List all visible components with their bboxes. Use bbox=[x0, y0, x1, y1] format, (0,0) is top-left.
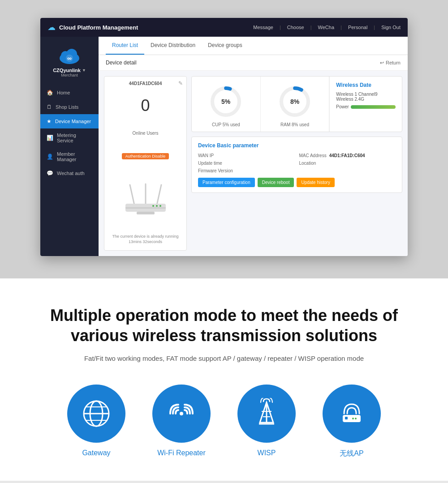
icon-item-gateway: Gateway bbox=[67, 385, 125, 458]
wifi-repeater-label: Wi-Fi Repeater bbox=[157, 449, 206, 457]
nav-left: ☁ Cloud Platform Management bbox=[47, 22, 138, 32]
sidebar-item-shop-lists[interactable]: 🗒 Shop Lists bbox=[40, 100, 99, 114]
wifi-repeat-icon bbox=[166, 398, 197, 429]
params-title: Device Basic parameter bbox=[198, 142, 396, 149]
content-area: Router List Device Distribution Device g… bbox=[99, 37, 408, 256]
lower-section: Multiple operation mode to meet the need… bbox=[0, 278, 448, 481]
router-panel: 44D1FA1DC604 ✎ 0 Online Users Authentica… bbox=[104, 76, 187, 251]
device-reboot-button[interactable]: Device reboot bbox=[258, 178, 294, 187]
online-users-label: Online Users bbox=[133, 131, 159, 136]
member-icon: 👤 bbox=[47, 154, 53, 160]
cpu-label: CUP 5% used bbox=[212, 122, 240, 127]
svg-point-25 bbox=[180, 412, 183, 415]
sidebar-item-device-manager[interactable]: ★ Device Manager bbox=[40, 114, 99, 128]
logo-icon: ☁ bbox=[47, 22, 56, 32]
params-grid: WAN IP MAC Address 44D1:FA1D:C604 Update… bbox=[198, 153, 396, 173]
svg-line-5 bbox=[130, 185, 134, 205]
svg-point-11 bbox=[159, 205, 161, 207]
device-detail-body: 44D1FA1DC604 ✎ 0 Online Users Authentica… bbox=[99, 71, 408, 256]
mac-row: MAC Address 44D1:FA1D:C604 bbox=[299, 153, 396, 158]
tab-router-list[interactable]: Router List bbox=[106, 37, 144, 55]
shop-icon: 🗒 bbox=[47, 104, 52, 110]
ram-label: RAM 8% used bbox=[280, 122, 309, 127]
svg-rect-13 bbox=[137, 212, 155, 214]
location-row: Location bbox=[299, 161, 396, 166]
svg-point-12 bbox=[152, 205, 154, 207]
sidebar-username: CZQyunlink ▼ bbox=[53, 68, 86, 73]
svg-text:∞: ∞ bbox=[67, 55, 72, 62]
mac-value: 44D1:FA1D:C604 bbox=[329, 153, 365, 158]
wireless-info: Wireless Date Wireless 1 Channel9 Wirele… bbox=[329, 77, 402, 132]
wisp-circle bbox=[237, 385, 296, 443]
return-icon: ↩ bbox=[380, 60, 384, 66]
sidebar-item-home[interactable]: 🏠 Home bbox=[40, 85, 99, 100]
power-label: Power bbox=[336, 104, 349, 109]
screenshot-section: ☁ Cloud Platform Management Message | Ch… bbox=[0, 0, 448, 278]
tab-device-groups[interactable]: Device groups bbox=[202, 37, 249, 55]
wechat-icon: 💬 bbox=[47, 170, 53, 176]
gauges-row: 5% CUP 5% used 8% bbox=[191, 76, 402, 132]
svg-point-10 bbox=[156, 205, 158, 207]
sidebar-item-member[interactable]: 👤 Member Manager bbox=[40, 147, 99, 166]
nav-right: Message | Choose | WeCha | Personal | Si… bbox=[253, 25, 401, 30]
tower-icon bbox=[251, 398, 282, 429]
wan-ip-row: WAN IP bbox=[198, 153, 295, 158]
sidebar-item-metering[interactable]: 📊 Metering Service bbox=[40, 128, 99, 147]
ap-circle bbox=[323, 385, 381, 443]
browser-window: ☁ Cloud Platform Management Message | Ch… bbox=[40, 18, 408, 256]
wecha-link[interactable]: WeCha bbox=[318, 25, 334, 30]
device-params: Device Basic parameter WAN IP MAC Addres… bbox=[191, 137, 402, 193]
wisp-label: WISP bbox=[258, 449, 276, 457]
metering-icon: 📊 bbox=[47, 135, 53, 141]
personal-link[interactable]: Personal bbox=[348, 25, 367, 30]
sub-headline: Fat/Fit two working modes, FAT mode supp… bbox=[18, 355, 430, 362]
param-config-button[interactable]: Parameter configuration bbox=[198, 178, 255, 187]
nav-title: Cloud Platform Management bbox=[59, 24, 138, 31]
icon-item-wifi-repeater: Wi-Fi Repeater bbox=[152, 385, 211, 458]
ap-icon bbox=[336, 398, 367, 429]
svg-rect-9 bbox=[125, 207, 166, 209]
online-users-count: 0 bbox=[141, 96, 150, 115]
icon-item-wisp: WISP bbox=[237, 385, 296, 458]
auth-badge: Authentication Disable bbox=[122, 153, 169, 159]
signout-link[interactable]: Sign Out bbox=[381, 25, 401, 30]
cpu-gauge: 5% CUP 5% used bbox=[192, 77, 261, 132]
message-link[interactable]: Message bbox=[253, 25, 273, 30]
svg-point-33 bbox=[352, 418, 354, 419]
globe-icon bbox=[81, 398, 112, 429]
tab-device-distribution[interactable]: Device Distribution bbox=[144, 37, 202, 55]
icons-row: Gateway Wi-Fi Repeater bbox=[18, 385, 430, 458]
top-nav: ☁ Cloud Platform Management Message | Ch… bbox=[40, 18, 408, 37]
svg-text:8%: 8% bbox=[290, 98, 300, 105]
svg-point-34 bbox=[355, 418, 357, 419]
right-panel: 5% CUP 5% used 8% bbox=[191, 76, 402, 251]
return-button[interactable]: ↩ Return bbox=[380, 60, 401, 66]
sidebar-logo: ∞ bbox=[57, 46, 82, 66]
sidebar-nav: 🏠 Home 🗒 Shop Lists ★ Device Manager 📊 M… bbox=[40, 85, 99, 180]
gateway-label: Gateway bbox=[82, 449, 110, 457]
home-icon: 🏠 bbox=[47, 90, 53, 96]
svg-rect-32 bbox=[345, 417, 348, 419]
device-icon: ★ bbox=[47, 118, 52, 124]
wireless-title: Wireless Date bbox=[336, 82, 396, 88]
update-history-button[interactable]: Update history bbox=[297, 178, 334, 187]
ap-label: 无线AP bbox=[340, 449, 363, 458]
sidebar-item-wechat[interactable]: 💬 Wechat auth bbox=[40, 166, 99, 180]
ram-gauge: 8% RAM 8% used bbox=[261, 77, 330, 132]
device-detail-header: Device detail ↩ Return bbox=[99, 55, 408, 71]
edit-icon[interactable]: ✎ bbox=[178, 80, 183, 86]
router-illustration bbox=[119, 180, 172, 216]
firmware-row: Firmware Version bbox=[198, 168, 295, 173]
update-row: Update time bbox=[198, 161, 295, 166]
main-headline: Multiple operation mode to meet the need… bbox=[40, 305, 408, 346]
svg-text:5%: 5% bbox=[221, 98, 231, 105]
choose-link[interactable]: Choose bbox=[287, 25, 304, 30]
action-buttons: Parameter configuration Device reboot Up… bbox=[198, 178, 396, 187]
device-detail-title: Device detail bbox=[106, 60, 137, 66]
svg-line-7 bbox=[157, 185, 161, 205]
gateway-circle bbox=[67, 385, 125, 443]
router-mac: 44D1FA1DC604 bbox=[129, 81, 162, 86]
sidebar: ∞ CZQyunlink ▼ Merchant 🏠 Home 🗒 Shop Li… bbox=[40, 37, 99, 256]
wireless-row1: Wireless 1 Channel9 Wireless 2.4G bbox=[336, 92, 396, 102]
power-bar-container: Power bbox=[336, 104, 396, 109]
